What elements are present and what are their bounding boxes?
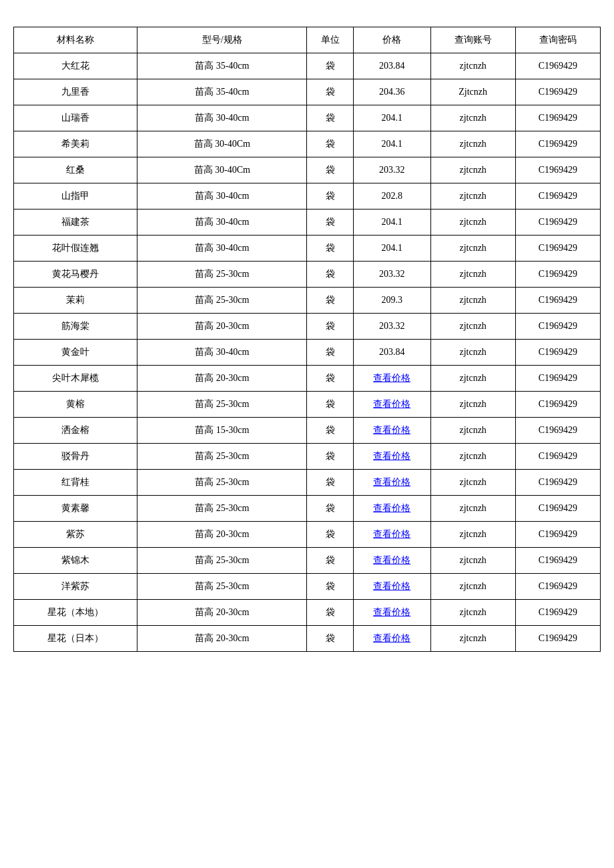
cell-price: 204.1 bbox=[353, 105, 430, 131]
cell-material-name: 尖叶木犀榄 bbox=[14, 366, 137, 392]
table-header-row: 材料名称 型号/规格 单位 价格 查询账号 查询密码 bbox=[14, 27, 601, 53]
cell-material-name: 洋紫苏 bbox=[14, 574, 137, 600]
table-row: 尖叶木犀榄苗高 20-30cm袋查看价格zjtcnzhC1969429 bbox=[14, 366, 601, 392]
cell-material-name: 红桑 bbox=[14, 157, 137, 183]
cell-password: C1969429 bbox=[515, 157, 600, 183]
cell-price[interactable]: 查看价格 bbox=[353, 366, 430, 392]
cell-material-name: 茉莉 bbox=[14, 288, 137, 314]
cell-material-name: 花叶假连翘 bbox=[14, 236, 137, 262]
cell-price[interactable]: 查看价格 bbox=[353, 548, 430, 574]
table-row: 希美莉苗高 30-40Cm袋204.1zjtcnzhC1969429 bbox=[14, 131, 601, 157]
price-link[interactable]: 查看价格 bbox=[373, 607, 410, 617]
price-link[interactable]: 查看价格 bbox=[373, 529, 410, 539]
cell-password: C1969429 bbox=[515, 522, 600, 548]
cell-password: C1969429 bbox=[515, 600, 600, 626]
cell-password: C1969429 bbox=[515, 444, 600, 470]
price-link[interactable]: 查看价格 bbox=[373, 555, 410, 565]
cell-account: zjtcnzh bbox=[430, 131, 515, 157]
cell-unit: 袋 bbox=[307, 522, 353, 548]
cell-spec: 苗高 25-30cm bbox=[137, 444, 307, 470]
price-link[interactable]: 查看价格 bbox=[373, 503, 410, 513]
cell-price: 203.32 bbox=[353, 157, 430, 183]
cell-account: zjtcnzh bbox=[430, 626, 515, 652]
cell-material-name: 筋海棠 bbox=[14, 314, 137, 340]
cell-spec: 苗高 25-30cm bbox=[137, 262, 307, 288]
header-account: 查询账号 bbox=[430, 27, 515, 53]
cell-account: zjtcnzh bbox=[430, 366, 515, 392]
table-row: 黄素馨苗高 25-30cm袋查看价格zjtcnzhC1969429 bbox=[14, 496, 601, 522]
cell-account: zjtcnzh bbox=[430, 444, 515, 470]
cell-unit: 袋 bbox=[307, 392, 353, 418]
cell-spec: 苗高 30-40Cm bbox=[137, 157, 307, 183]
cell-material-name: 黄榕 bbox=[14, 392, 137, 418]
cell-price[interactable]: 查看价格 bbox=[353, 392, 430, 418]
cell-account: Zjtcnzh bbox=[430, 79, 515, 105]
table-row: 大红花苗高 35-40cm袋203.84zjtcnzhC1969429 bbox=[14, 53, 601, 79]
cell-account: zjtcnzh bbox=[430, 522, 515, 548]
cell-spec: 苗高 25-30cm bbox=[137, 470, 307, 496]
cell-password: C1969429 bbox=[515, 366, 600, 392]
cell-price[interactable]: 查看价格 bbox=[353, 418, 430, 444]
cell-unit: 袋 bbox=[307, 548, 353, 574]
cell-unit: 袋 bbox=[307, 288, 353, 314]
header-price: 价格 bbox=[353, 27, 430, 53]
cell-account: zjtcnzh bbox=[430, 236, 515, 262]
cell-price: 203.84 bbox=[353, 53, 430, 79]
cell-password: C1969429 bbox=[515, 392, 600, 418]
cell-price[interactable]: 查看价格 bbox=[353, 574, 430, 600]
cell-price[interactable]: 查看价格 bbox=[353, 444, 430, 470]
cell-unit: 袋 bbox=[307, 236, 353, 262]
cell-price[interactable]: 查看价格 bbox=[353, 496, 430, 522]
cell-unit: 袋 bbox=[307, 79, 353, 105]
cell-material-name: 大红花 bbox=[14, 53, 137, 79]
header-unit: 单位 bbox=[307, 27, 353, 53]
cell-price[interactable]: 查看价格 bbox=[353, 470, 430, 496]
price-link[interactable]: 查看价格 bbox=[373, 451, 410, 461]
price-link[interactable]: 查看价格 bbox=[373, 581, 410, 591]
price-link[interactable]: 查看价格 bbox=[373, 399, 410, 409]
cell-material-name: 山指甲 bbox=[14, 183, 137, 209]
cell-unit: 袋 bbox=[307, 574, 353, 600]
cell-unit: 袋 bbox=[307, 366, 353, 392]
cell-password: C1969429 bbox=[515, 418, 600, 444]
cell-price: 204.36 bbox=[353, 79, 430, 105]
cell-password: C1969429 bbox=[515, 79, 600, 105]
cell-password: C1969429 bbox=[515, 470, 600, 496]
cell-password: C1969429 bbox=[515, 262, 600, 288]
cell-spec: 苗高 35-40cm bbox=[137, 79, 307, 105]
cell-unit: 袋 bbox=[307, 53, 353, 79]
cell-spec: 苗高 20-30cm bbox=[137, 626, 307, 652]
table-row: 驳骨丹苗高 25-30cm袋查看价格zjtcnzhC1969429 bbox=[14, 444, 601, 470]
price-link[interactable]: 查看价格 bbox=[373, 477, 410, 487]
cell-unit: 袋 bbox=[307, 600, 353, 626]
cell-password: C1969429 bbox=[515, 105, 600, 131]
table-row: 红背桂苗高 25-30cm袋查看价格zjtcnzhC1969429 bbox=[14, 470, 601, 496]
cell-unit: 袋 bbox=[307, 470, 353, 496]
cell-price[interactable]: 查看价格 bbox=[353, 626, 430, 652]
cell-password: C1969429 bbox=[515, 236, 600, 262]
cell-price: 209.3 bbox=[353, 288, 430, 314]
cell-price[interactable]: 查看价格 bbox=[353, 522, 430, 548]
cell-account: zjtcnzh bbox=[430, 183, 515, 209]
cell-account: zjtcnzh bbox=[430, 574, 515, 600]
cell-price[interactable]: 查看价格 bbox=[353, 600, 430, 626]
cell-account: zjtcnzh bbox=[430, 600, 515, 626]
cell-password: C1969429 bbox=[515, 314, 600, 340]
cell-material-name: 黄金叶 bbox=[14, 340, 137, 366]
table-row: 洋紫苏苗高 25-30cm袋查看价格zjtcnzhC1969429 bbox=[14, 574, 601, 600]
price-link[interactable]: 查看价格 bbox=[373, 425, 410, 435]
cell-spec: 苗高 30-40cm bbox=[137, 340, 307, 366]
cell-account: zjtcnzh bbox=[430, 340, 515, 366]
cell-spec: 苗高 20-30cm bbox=[137, 314, 307, 340]
price-link[interactable]: 查看价格 bbox=[373, 633, 410, 643]
cell-account: zjtcnzh bbox=[430, 496, 515, 522]
cell-spec: 苗高 15-30cm bbox=[137, 418, 307, 444]
cell-material-name: 紫苏 bbox=[14, 522, 137, 548]
cell-material-name: 紫锦木 bbox=[14, 548, 137, 574]
price-link[interactable]: 查看价格 bbox=[373, 373, 410, 383]
table-row: 黄花马樱丹苗高 25-30cm袋203.32zjtcnzhC1969429 bbox=[14, 262, 601, 288]
cell-price: 204.1 bbox=[353, 236, 430, 262]
table-row: 山指甲苗高 30-40cm袋202.8zjtcnzhC1969429 bbox=[14, 183, 601, 209]
cell-material-name: 山瑞香 bbox=[14, 105, 137, 131]
table-row: 九里香苗高 35-40cm袋204.36ZjtcnzhC1969429 bbox=[14, 79, 601, 105]
